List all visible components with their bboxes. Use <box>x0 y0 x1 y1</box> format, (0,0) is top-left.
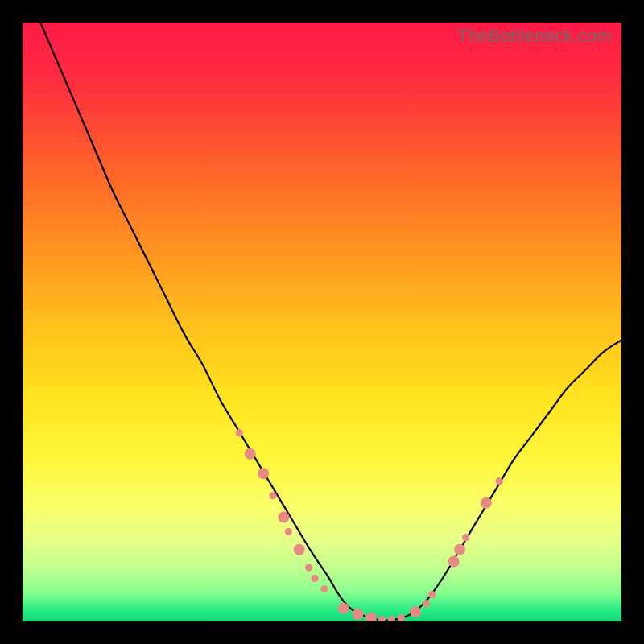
marker-dot <box>305 564 312 571</box>
marker-dot <box>398 614 405 621</box>
marker-dot <box>481 497 492 509</box>
marker-dot <box>423 600 430 607</box>
marker-dot <box>496 477 503 485</box>
marker-dot <box>269 492 276 499</box>
marker-dot <box>448 556 460 568</box>
marker-dot <box>462 534 469 541</box>
marker-dot <box>378 616 386 621</box>
marker-dot <box>294 544 305 555</box>
bottleneck-curve <box>40 23 621 621</box>
marker-dot <box>245 448 256 460</box>
marker-dot <box>365 613 377 621</box>
chart-frame: TheBottleneck.com <box>0 0 644 644</box>
marker-dot <box>236 429 243 436</box>
marker-dot <box>278 512 289 523</box>
marker-dot <box>320 585 328 592</box>
marker-dot <box>388 616 395 621</box>
marker-dot <box>258 468 269 479</box>
curve-markers <box>236 429 503 621</box>
curve-layer <box>23 23 621 621</box>
marker-dot <box>285 528 292 535</box>
watermark-text: TheBottleneck.com <box>457 26 612 47</box>
marker-dot <box>338 603 349 614</box>
marker-dot <box>311 575 318 582</box>
marker-dot <box>428 591 436 598</box>
marker-dot <box>410 606 421 617</box>
plot-area: TheBottleneck.com <box>23 23 621 621</box>
marker-dot <box>353 609 364 620</box>
marker-dot <box>454 544 465 555</box>
